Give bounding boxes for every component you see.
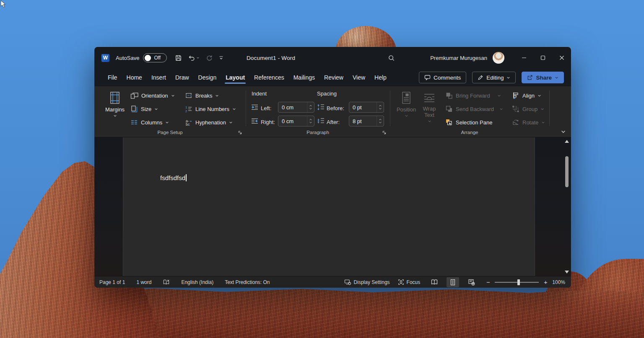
- chevron-down-icon: [541, 121, 545, 124]
- page-setup-dialog-launcher[interactable]: [237, 129, 243, 135]
- zoom-out-button[interactable]: −: [486, 279, 491, 286]
- spinner-arrows[interactable]: [307, 102, 314, 112]
- wrap-text-button[interactable]: Wrap Text: [418, 89, 441, 129]
- comments-button[interactable]: Comments: [419, 72, 466, 83]
- minimize-button[interactable]: [514, 47, 533, 69]
- tab-layout[interactable]: Layout: [221, 72, 249, 83]
- tab-review[interactable]: Review: [319, 72, 348, 83]
- group-arrange: Position Wrap Text Bring Forward Send Ba…: [390, 86, 549, 137]
- line-numbers-button[interactable]: 1 2 Line Numbers: [183, 103, 238, 115]
- indent-right-input[interactable]: 0 cm: [278, 116, 314, 126]
- wrap-text-icon: [423, 91, 436, 104]
- send-backward-button[interactable]: Send Backward: [444, 103, 505, 115]
- user-avatar[interactable]: [493, 52, 504, 64]
- spacing-before-label: Before:: [327, 105, 344, 111]
- chevron-down-icon: [538, 94, 541, 98]
- tab-insert[interactable]: Insert: [147, 72, 171, 83]
- document-page[interactable]: fsdfsdfsd: [123, 137, 535, 276]
- status-bar: Page 1 of 1 1 word English (India) Text …: [94, 276, 571, 288]
- tab-help[interactable]: Help: [370, 72, 391, 83]
- toggle-knob-icon: [145, 55, 151, 61]
- scroll-down-icon[interactable]: [565, 271, 569, 273]
- chevron-down-icon: [113, 114, 117, 118]
- hyphenation-button[interactable]: a- bc Hyphenation: [183, 116, 234, 128]
- maximize-button[interactable]: [533, 47, 552, 69]
- autosave-label: AutoSave: [116, 55, 139, 61]
- language-indicator[interactable]: English (India): [181, 279, 213, 285]
- proofing-errors-icon[interactable]: [163, 279, 170, 286]
- search-icon[interactable]: [385, 52, 397, 63]
- tab-draw[interactable]: Draw: [171, 72, 194, 83]
- margins-button[interactable]: Margins: [103, 89, 127, 129]
- align-button[interactable]: Align: [510, 90, 543, 101]
- scrollbar-thumb[interactable]: [565, 156, 569, 187]
- focus-icon: [398, 279, 404, 285]
- spinner-arrows[interactable]: [377, 102, 384, 112]
- editing-button[interactable]: Editing: [472, 72, 516, 83]
- autosave-state: Off: [154, 55, 161, 61]
- indent-left-icon: [251, 103, 259, 111]
- tab-file[interactable]: File: [103, 72, 122, 83]
- display-settings-button[interactable]: Display Settings: [344, 279, 390, 285]
- zoom-slider[interactable]: [495, 279, 539, 285]
- web-layout-button[interactable]: [465, 277, 478, 287]
- svg-text:bc: bc: [186, 122, 190, 126]
- size-button[interactable]: Size: [129, 103, 160, 115]
- mouse-cursor: [0, 0, 7, 8]
- close-button[interactable]: [552, 47, 571, 69]
- paragraph-dialog-launcher[interactable]: [381, 129, 387, 135]
- indent-right-icon: [251, 117, 259, 125]
- group-button[interactable]: Group: [510, 103, 546, 115]
- position-button[interactable]: Position: [394, 89, 418, 129]
- share-button[interactable]: Share: [522, 72, 564, 83]
- scroll-up-icon[interactable]: [565, 140, 569, 143]
- zoom-in-button[interactable]: +: [543, 279, 548, 286]
- columns-button[interactable]: Columns: [129, 116, 171, 128]
- selection-pane-button[interactable]: Selection Pane: [444, 116, 494, 128]
- zoom-slider-thumb[interactable]: [517, 279, 520, 285]
- indent-left-label: Left:: [261, 105, 271, 111]
- redo-button[interactable]: [205, 54, 213, 62]
- word-window: W AutoSave Off: [94, 47, 571, 288]
- tab-mailings[interactable]: Mailings: [289, 72, 319, 83]
- collapse-ribbon-button[interactable]: [561, 129, 566, 134]
- chevron-down-icon: [232, 107, 236, 111]
- read-mode-icon: [431, 279, 438, 285]
- customize-quick-access-icon[interactable]: [218, 55, 224, 60]
- zoom-level[interactable]: 100%: [552, 279, 565, 285]
- autosave-toggle[interactable]: Off: [143, 53, 167, 62]
- text-predictions-indicator[interactable]: Text Predictions: On: [225, 279, 270, 285]
- bring-forward-button[interactable]: Bring Forward: [444, 90, 503, 101]
- word-count[interactable]: 1 word: [136, 279, 151, 285]
- word-app-icon[interactable]: W: [101, 54, 109, 62]
- breaks-button[interactable]: Breaks: [183, 90, 221, 101]
- document-text[interactable]: fsdfsdfsd: [160, 174, 187, 181]
- spacing-before-input[interactable]: 0 pt: [349, 102, 384, 113]
- print-layout-button[interactable]: [447, 277, 459, 287]
- indent-right-label: Right:: [261, 119, 275, 125]
- chevron-down-icon: [428, 119, 431, 123]
- spinner-arrows[interactable]: [307, 116, 314, 126]
- indent-left-input[interactable]: 0 cm: [278, 102, 314, 113]
- undo-button[interactable]: [188, 54, 200, 61]
- bring-forward-icon: [445, 92, 453, 99]
- breaks-icon: [185, 92, 192, 99]
- indent-header: Indent: [252, 90, 267, 97]
- tab-view[interactable]: View: [348, 72, 370, 83]
- rotate-button[interactable]: Rotate: [510, 116, 547, 128]
- tab-references[interactable]: References: [249, 72, 289, 83]
- margins-icon: [108, 91, 122, 105]
- spacing-after-input[interactable]: 8 pt: [349, 116, 384, 126]
- vertical-scrollbar[interactable]: [564, 139, 570, 275]
- user-name[interactable]: Premkumar Murugesan: [430, 55, 487, 61]
- page-indicator[interactable]: Page 1 of 1: [99, 279, 125, 285]
- tab-home[interactable]: Home: [122, 72, 147, 83]
- group-page-setup: Margins Orientation Size Columns Break: [94, 86, 246, 137]
- focus-button[interactable]: Focus: [398, 279, 421, 285]
- read-mode-button[interactable]: [428, 277, 441, 287]
- tab-design[interactable]: Design: [194, 72, 221, 83]
- orientation-icon: [130, 92, 138, 99]
- save-button[interactable]: [175, 54, 182, 62]
- orientation-button[interactable]: Orientation: [129, 90, 177, 101]
- spinner-arrows[interactable]: [377, 116, 384, 126]
